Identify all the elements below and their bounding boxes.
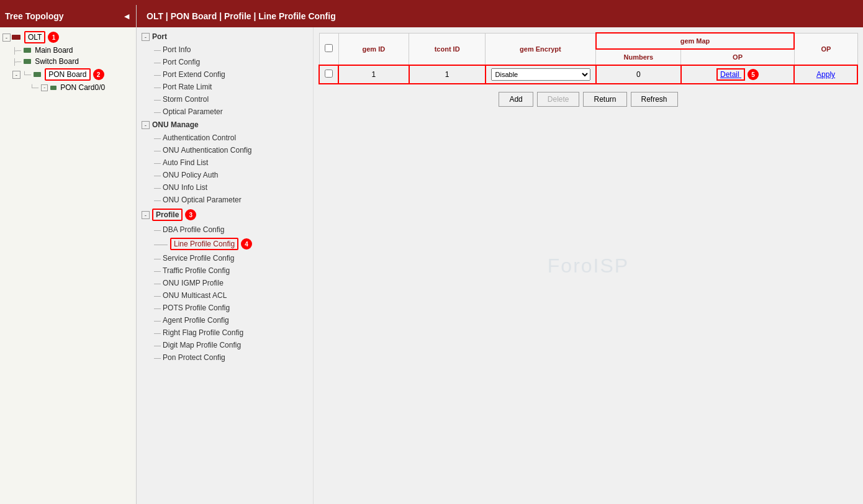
nav-onu-multicast[interactable]: ONU Multicast ACL xyxy=(137,289,313,302)
line-profile-dash: — xyxy=(161,240,168,248)
port-expand[interactable]: - xyxy=(142,33,150,41)
th-gem-map: gem Map xyxy=(596,33,794,49)
row-gem-id: 1 xyxy=(338,65,409,84)
top-bar xyxy=(0,0,863,5)
gem-encrypt-select[interactable]: Disable Enable xyxy=(491,68,590,81)
nav-pon-protect[interactable]: Pon Protect Config xyxy=(137,351,313,364)
port-section-header[interactable]: - Port xyxy=(137,30,313,43)
th-op: OP xyxy=(794,33,857,65)
breadcrumb: OLT | PON Board | Profile | Line Profile… xyxy=(147,11,336,21)
nav-onu-igmp[interactable]: ONU IGMP Profile xyxy=(137,277,313,289)
nav-auth-control[interactable]: Authentication Control xyxy=(137,132,313,144)
main-board-row[interactable]: ├─ Main Board xyxy=(0,45,136,56)
nav-traffic-profile[interactable]: Traffic Profile Config xyxy=(137,264,313,277)
data-table: gem ID tcont ID gem Encrypt gem Map OP N… xyxy=(319,32,858,84)
profile-section-label: Profile xyxy=(152,209,183,221)
select-all-checkbox[interactable] xyxy=(325,44,333,52)
pon-board-row[interactable]: - └─ PON Board 2 xyxy=(0,67,136,82)
sidebar-collapse-arrow[interactable]: ◄ xyxy=(122,11,131,21)
tree-topology-title: Tree Topology xyxy=(5,11,64,21)
switch-board-label[interactable]: Switch Board xyxy=(35,57,79,66)
table-row: 1 1 Disable Enable xyxy=(319,65,857,84)
switch-board-dash: ├─ xyxy=(12,58,21,65)
profile-section: - Profile 3 DBA Profile Config — Line Pr… xyxy=(137,206,313,364)
olt-expand[interactable]: - xyxy=(2,34,11,42)
nav-digit-map[interactable]: Digit Map Profile Config xyxy=(137,339,313,351)
badge-1: 1 xyxy=(48,32,59,43)
switch-board-icon xyxy=(24,59,31,64)
nav-auto-find-list[interactable]: Auto Find List xyxy=(137,156,313,169)
nav-line-profile-label[interactable]: Line Profile Config xyxy=(170,238,238,250)
onu-section: - ONU Manage Authentication Control ONU … xyxy=(137,118,313,206)
sidebar-tree: - OLT 1 ├─ Main Board ├─ Switch Board - … xyxy=(0,27,136,93)
profile-section-header[interactable]: - Profile 3 xyxy=(137,206,313,223)
nav-pots-profile[interactable]: POTS Profile Config xyxy=(137,302,313,314)
pon-board-icon xyxy=(34,72,41,77)
olt-label[interactable]: OLT xyxy=(24,31,45,43)
th-gem-encrypt: gem Encrypt xyxy=(486,33,596,65)
badge-2: 2 xyxy=(93,69,104,80)
table-area: ForoISP gem ID tcont ID gem Encrypt gem … xyxy=(314,27,863,504)
row-gem-encrypt-cell: Disable Enable xyxy=(486,65,596,84)
switch-board-row[interactable]: ├─ Switch Board xyxy=(0,56,136,67)
onu-section-header[interactable]: - ONU Manage xyxy=(137,118,313,132)
main-board-dash: ├─ xyxy=(12,47,21,54)
pon-card-label[interactable]: PON Card0/0 xyxy=(60,83,105,92)
row-checkbox[interactable] xyxy=(325,70,333,78)
profile-expand[interactable]: - xyxy=(142,211,150,219)
nav-port-config[interactable]: Port Config xyxy=(137,56,313,68)
nav-onu-policy-auth[interactable]: ONU Policy Auth xyxy=(137,169,313,181)
row-detail-cell: Detail 5 xyxy=(681,65,794,84)
row-apply-cell: Apply xyxy=(794,65,857,84)
nav-optical-parameter[interactable]: Optical Parameter xyxy=(137,106,313,118)
nav-dba-profile[interactable]: DBA Profile Config xyxy=(137,223,313,236)
th-tcont-id: tcont ID xyxy=(409,33,486,65)
pon-card-expand[interactable]: - xyxy=(41,84,48,91)
main-board-icon xyxy=(24,48,31,53)
nav-line-profile[interactable]: — Line Profile Config 4 xyxy=(137,236,313,252)
nav-storm-control[interactable]: Storm Control xyxy=(137,93,313,106)
onu-expand[interactable]: - xyxy=(142,121,150,129)
olt-row[interactable]: - OLT 1 xyxy=(0,30,136,45)
delete-button[interactable]: Delete xyxy=(537,92,580,107)
pon-board-expand[interactable]: - xyxy=(12,71,20,79)
detail-link[interactable]: Detail xyxy=(716,68,745,81)
sidebar-header: Tree Topology ◄ xyxy=(0,5,136,27)
apply-link[interactable]: Apply xyxy=(816,70,835,79)
badge-3: 3 xyxy=(185,209,196,220)
pon-card-dash: └─ xyxy=(30,84,38,91)
nav-service-profile[interactable]: Service Profile Config xyxy=(137,252,313,264)
nav-onu-auth-config[interactable]: ONU Authentication Config xyxy=(137,144,313,156)
nav-onu-optical-param[interactable]: ONU Optical Parameter xyxy=(137,194,313,206)
th-checkbox xyxy=(319,33,338,65)
onu-section-label: ONU Manage xyxy=(152,120,199,129)
pon-card-icon xyxy=(50,86,56,90)
row-numbers: 0 xyxy=(596,65,681,84)
add-button[interactable]: Add xyxy=(499,92,533,107)
th-gem-map-numbers: Numbers xyxy=(596,49,681,65)
breadcrumb-bar: OLT | PON Board | Profile | Line Profile… xyxy=(137,5,863,27)
th-gem-map-op: OP xyxy=(681,49,794,65)
content-wrapper: - Port Port Info Port Config Port Extend… xyxy=(137,27,863,504)
olt-icon xyxy=(12,35,20,40)
sidebar: Tree Topology ◄ - OLT 1 ├─ Main Board ├─ xyxy=(0,5,137,504)
pon-board-label[interactable]: PON Board xyxy=(45,68,90,81)
badge-4: 4 xyxy=(241,238,252,250)
main-layout: Tree Topology ◄ - OLT 1 ├─ Main Board ├─ xyxy=(0,5,863,504)
nav-agent-profile[interactable]: Agent Profile Config xyxy=(137,314,313,326)
nav-port-info[interactable]: Port Info xyxy=(137,43,313,56)
port-section-label: Port xyxy=(152,32,167,41)
main-board-label[interactable]: Main Board xyxy=(35,46,73,55)
th-gem-id: gem ID xyxy=(338,33,409,65)
pon-card-row[interactable]: └─ - PON Card0/0 xyxy=(0,82,136,93)
nav-port-rate-limit[interactable]: Port Rate Limit xyxy=(137,81,313,93)
left-nav: - Port Port Info Port Config Port Extend… xyxy=(137,27,314,504)
main-content: OLT | PON Board | Profile | Line Profile… xyxy=(137,5,863,504)
nav-right-flag[interactable]: Right Flag Profile Config xyxy=(137,326,313,339)
return-button[interactable]: Return xyxy=(583,92,626,107)
port-section: - Port Port Info Port Config Port Extend… xyxy=(137,30,313,118)
nav-port-extend-config[interactable]: Port Extend Config xyxy=(137,68,313,81)
pon-dash: └─ xyxy=(22,71,31,78)
nav-onu-info-list[interactable]: ONU Info List xyxy=(137,181,313,194)
refresh-button[interactable]: Refresh xyxy=(631,92,678,107)
